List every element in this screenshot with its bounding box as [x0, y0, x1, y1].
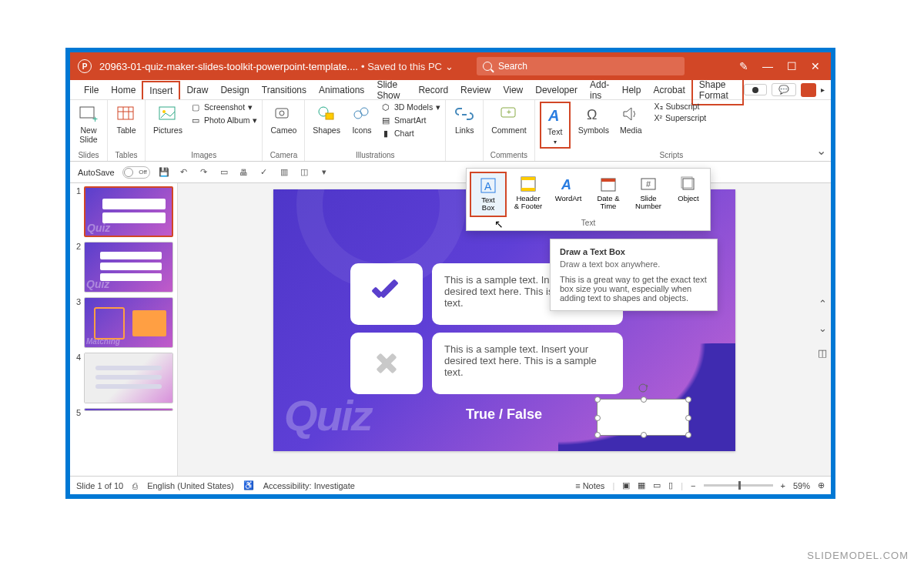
tab-file[interactable]: File: [78, 82, 105, 99]
tab-home[interactable]: Home: [105, 82, 142, 99]
tab-record[interactable]: Record: [412, 82, 454, 99]
table-button[interactable]: Table: [112, 102, 140, 137]
header-footer-button[interactable]: Header & Footer: [510, 172, 547, 217]
qat5-icon[interactable]: ◫: [298, 167, 310, 177]
save-status-chevron-icon[interactable]: ⌄: [445, 61, 454, 72]
zoom-in-button[interactable]: +: [781, 481, 785, 490]
cameo-button[interactable]: Cameo: [267, 102, 300, 137]
tab-developer[interactable]: Developer: [529, 82, 584, 99]
wordart-button[interactable]: A WordArt: [550, 172, 587, 217]
thumbnail-1[interactable]: Quiz: [84, 186, 173, 237]
qat-overflow-icon[interactable]: ▾: [318, 167, 330, 177]
group-label-tables: Tables: [116, 150, 138, 159]
close-button[interactable]: ✕: [811, 60, 820, 72]
selected-text-box[interactable]: [597, 399, 689, 436]
svg-text:+: +: [92, 114, 98, 124]
zoom-level[interactable]: 59%: [793, 481, 810, 490]
undo-icon[interactable]: ↶: [178, 167, 190, 177]
superscript-button[interactable]: X²Superscript: [654, 113, 707, 122]
autosave-toggle[interactable]: Off: [122, 166, 150, 179]
camera-record-button[interactable]: [744, 84, 767, 95]
resize-handle[interactable]: [594, 415, 601, 421]
tab-review[interactable]: Review: [454, 82, 497, 99]
symbols-button[interactable]: Ω Symbols: [575, 102, 612, 137]
text-box-button[interactable]: A Text Box: [470, 172, 507, 217]
answer-2-card[interactable]: This is a sample text. Insert your desir…: [432, 333, 623, 394]
resize-handle[interactable]: [685, 415, 691, 421]
check-card[interactable]: [350, 263, 423, 325]
tooltip-title: Draw a Text Box: [560, 247, 708, 256]
shapes-button[interactable]: Shapes: [310, 102, 343, 137]
thumbnail-4[interactable]: [84, 353, 173, 403]
tab-view[interactable]: View: [497, 82, 529, 99]
subscript-button[interactable]: X₂Subscript: [654, 102, 707, 111]
pictures-button[interactable]: Pictures: [150, 102, 186, 137]
tab-draw[interactable]: Draw: [180, 82, 214, 99]
thumbnail-2[interactable]: Quiz: [84, 242, 173, 293]
thumbnail-3[interactable]: Matching: [84, 297, 173, 348]
overflow-chevron-icon[interactable]: ▸: [821, 85, 825, 94]
thumbnail-5[interactable]: [84, 408, 173, 411]
cross-card[interactable]: [350, 333, 423, 394]
zoom-up-icon[interactable]: ⌃: [815, 298, 829, 312]
chart-button[interactable]: ▮Chart: [380, 128, 440, 139]
tab-design[interactable]: Design: [214, 82, 255, 99]
fit-icon[interactable]: ◫: [815, 347, 829, 361]
smartart-button[interactable]: ▤SmartArt: [380, 115, 440, 125]
qat4-icon[interactable]: ▥: [278, 167, 290, 177]
links-button[interactable]: Links: [450, 102, 478, 137]
new-slide-button[interactable]: + New Slide: [75, 102, 102, 146]
from-beginning-icon[interactable]: ▭: [218, 167, 230, 177]
resize-handle[interactable]: [685, 432, 691, 438]
photo-album-icon: ▭: [190, 115, 201, 125]
collapse-ribbon-icon[interactable]: ⌄: [816, 143, 826, 158]
date-time-button[interactable]: Date & Time: [590, 172, 627, 217]
search-input[interactable]: Search: [477, 57, 685, 75]
tab-transitions[interactable]: Transitions: [256, 82, 313, 99]
notes-pane-icon[interactable]: ⎙: [132, 481, 138, 490]
svg-rect-2: [118, 107, 133, 119]
resize-handle[interactable]: [641, 396, 647, 403]
3d-models-button[interactable]: ⬡3D Models▾: [380, 102, 440, 112]
fit-to-window-icon[interactable]: ⊕: [818, 480, 825, 490]
object-button[interactable]: Object: [670, 172, 707, 217]
slide-number-button[interactable]: # Slide Number: [630, 172, 667, 217]
accessibility-label[interactable]: Accessibility: Investigate: [263, 481, 355, 490]
tab-help[interactable]: Help: [616, 82, 648, 99]
resize-handle[interactable]: [685, 396, 691, 403]
svg-rect-11: [326, 113, 333, 119]
pen-mode-icon[interactable]: ✎: [739, 60, 748, 72]
zoom-slider[interactable]: [704, 484, 773, 487]
sorter-view-icon[interactable]: ▦: [638, 480, 645, 490]
text-dropdown-button[interactable]: A Text ▾: [540, 102, 571, 149]
comment-button[interactable]: + Comment: [488, 102, 530, 137]
accessibility-icon[interactable]: ♿: [243, 480, 254, 490]
icons-button[interactable]: Icons: [348, 102, 376, 137]
slideshow-view-icon[interactable]: ▯: [668, 480, 673, 490]
minimize-button[interactable]: —: [762, 60, 773, 72]
rotate-handle-icon[interactable]: [638, 383, 648, 393]
screenshot-button[interactable]: ▢Screenshot▾: [190, 102, 258, 112]
notes-toggle[interactable]: ≡ Notes: [575, 481, 604, 490]
resize-handle[interactable]: [594, 396, 601, 403]
media-button[interactable]: Media: [617, 102, 645, 137]
reading-view-icon[interactable]: ▭: [653, 480, 661, 490]
print-icon[interactable]: 🖶: [238, 168, 250, 177]
zoom-down-icon[interactable]: ⌄: [815, 323, 829, 336]
resize-handle[interactable]: [594, 432, 601, 438]
resize-handle[interactable]: [641, 432, 647, 438]
comments-toggle-button[interactable]: 💬: [772, 83, 796, 96]
zoom-out-button[interactable]: −: [691, 481, 695, 490]
tab-animations[interactable]: Animations: [313, 82, 370, 99]
share-button[interactable]: [801, 83, 816, 97]
save-icon[interactable]: 💾: [158, 167, 170, 177]
maximize-button[interactable]: ☐: [787, 60, 797, 72]
photo-album-button[interactable]: ▭Photo Album▾: [190, 115, 258, 125]
autosave-label: AutoSave: [78, 168, 115, 177]
redo-icon[interactable]: ↷: [198, 167, 210, 177]
tab-insert[interactable]: Insert: [142, 81, 180, 99]
normal-view-icon[interactable]: ▣: [622, 480, 630, 490]
tab-acrobat[interactable]: Acrobat: [647, 82, 691, 99]
language-label[interactable]: English (United States): [147, 481, 234, 490]
spelling-icon[interactable]: ✓: [258, 167, 270, 177]
